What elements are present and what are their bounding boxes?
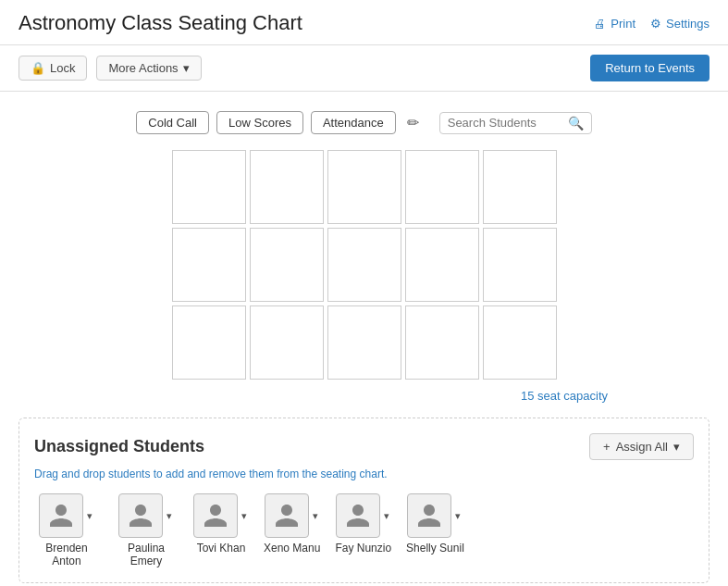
return-label: Return to Events <box>605 61 695 75</box>
capacity-row: 15 seat capacity <box>19 389 709 403</box>
avatar <box>407 493 451 538</box>
print-button[interactable]: 🖨 Print <box>594 17 635 31</box>
list-item[interactable]: ▾Xeno Manu <box>264 493 320 567</box>
list-item[interactable]: ▾Tovi Khan <box>193 493 249 567</box>
student-list: ▾Brenden Anton▾Paulina Emery▾Tovi Khan▾X… <box>34 493 694 567</box>
search-box: 🔍 <box>439 112 592 134</box>
action-bar: 🔒 Lock More Actions ▾ Return to Events <box>0 45 728 92</box>
student-name: Tovi Khan <box>197 542 246 555</box>
edit-filters-button[interactable]: ✏ <box>403 110 423 135</box>
seat[interactable] <box>250 305 324 380</box>
filter-low-scores[interactable]: Low Scores <box>216 111 303 134</box>
seat[interactable] <box>172 305 246 380</box>
student-avatar-row: ▾ <box>265 493 320 538</box>
drag-hint: Drag and drop students to add and remove… <box>34 468 694 480</box>
top-bar: Astronomy Class Seating Chart 🖨 Print ⚙ … <box>0 0 728 45</box>
student-avatar-row: ▾ <box>118 493 174 538</box>
avatar <box>265 493 309 538</box>
seat[interactable] <box>483 150 557 224</box>
capacity-label: 15 seat capacity <box>521 389 608 403</box>
list-item[interactable]: ▾Fay Nunzio <box>335 493 391 567</box>
student-avatar-row: ▾ <box>193 493 249 538</box>
more-actions-button[interactable]: More Actions ▾ <box>96 56 201 81</box>
seat[interactable] <box>483 228 557 302</box>
action-left: 🔒 Lock More Actions ▾ <box>19 56 202 81</box>
pencil-icon: ✏ <box>407 115 419 131</box>
student-name: Paulina Emery <box>114 542 179 567</box>
seating-area <box>19 150 709 380</box>
gear-icon: ⚙ <box>650 17 661 31</box>
more-actions-label: More Actions <box>108 61 178 75</box>
seat[interactable] <box>405 150 479 224</box>
chevron-down-icon: ▾ <box>183 61 190 75</box>
student-dropdown-icon[interactable]: ▾ <box>85 508 94 524</box>
unassigned-title: Unassigned Students <box>34 437 204 456</box>
print-icon: 🖨 <box>594 17 606 31</box>
list-item[interactable]: ▾Brenden Anton <box>34 493 99 567</box>
filter-cold-call[interactable]: Cold Call <box>136 111 209 134</box>
filter-row: Cold Call Low Scores Attendance ✏ 🔍 <box>19 110 709 135</box>
unassigned-section: Unassigned Students + Assign All ▾ Drag … <box>19 418 709 583</box>
student-avatar-row: ▾ <box>407 493 463 538</box>
list-item[interactable]: ▾Shelly Sunil <box>406 493 464 567</box>
student-dropdown-icon[interactable]: ▾ <box>453 508 463 524</box>
student-name: Xeno Manu <box>264 542 320 555</box>
student-avatar-row: ▾ <box>39 493 94 538</box>
page-title: Astronomy Class Seating Chart <box>19 11 302 35</box>
print-label: Print <box>611 17 635 31</box>
seat[interactable] <box>172 150 246 224</box>
avatar <box>118 493 163 538</box>
seat[interactable] <box>172 228 246 302</box>
search-input[interactable] <box>448 116 568 130</box>
seat[interactable] <box>250 150 324 224</box>
main-content: Cold Call Low Scores Attendance ✏ 🔍 15 s… <box>0 92 728 586</box>
lock-button[interactable]: 🔒 Lock <box>19 56 87 81</box>
assign-all-chevron-icon: ▾ <box>673 440 680 454</box>
student-name: Shelly Sunil <box>406 542 464 555</box>
seat[interactable] <box>405 228 479 302</box>
settings-label: Settings <box>666 17 709 31</box>
settings-button[interactable]: ⚙ Settings <box>650 17 709 31</box>
return-to-events-button[interactable]: Return to Events <box>590 55 709 81</box>
assign-all-button[interactable]: + Assign All ▾ <box>589 433 694 460</box>
seat[interactable] <box>483 305 557 380</box>
list-item[interactable]: ▾Paulina Emery <box>114 493 179 567</box>
student-dropdown-icon[interactable]: ▾ <box>311 508 320 524</box>
student-name: Fay Nunzio <box>335 542 391 555</box>
seat[interactable] <box>327 228 401 302</box>
student-dropdown-icon[interactable]: ▾ <box>382 508 391 524</box>
seat[interactable] <box>405 305 479 380</box>
student-name: Brenden Anton <box>34 542 99 567</box>
seating-grid <box>172 150 557 380</box>
assign-all-label: Assign All <box>616 440 668 454</box>
student-dropdown-icon[interactable]: ▾ <box>240 508 249 524</box>
seat[interactable] <box>327 150 401 224</box>
avatar <box>336 493 380 538</box>
seat[interactable] <box>327 305 401 380</box>
student-avatar-row: ▾ <box>336 493 391 538</box>
lock-label: Lock <box>50 61 75 75</box>
search-icon: 🔍 <box>568 116 584 131</box>
avatar <box>193 493 238 538</box>
avatar <box>39 493 83 538</box>
filter-attendance[interactable]: Attendance <box>311 111 396 134</box>
seat[interactable] <box>250 228 324 302</box>
top-right-actions: 🖨 Print ⚙ Settings <box>594 17 709 31</box>
plus-icon: + <box>603 440 611 454</box>
lock-icon: 🔒 <box>31 61 45 75</box>
unassigned-header: Unassigned Students + Assign All ▾ <box>34 433 694 460</box>
student-dropdown-icon[interactable]: ▾ <box>165 508 174 524</box>
